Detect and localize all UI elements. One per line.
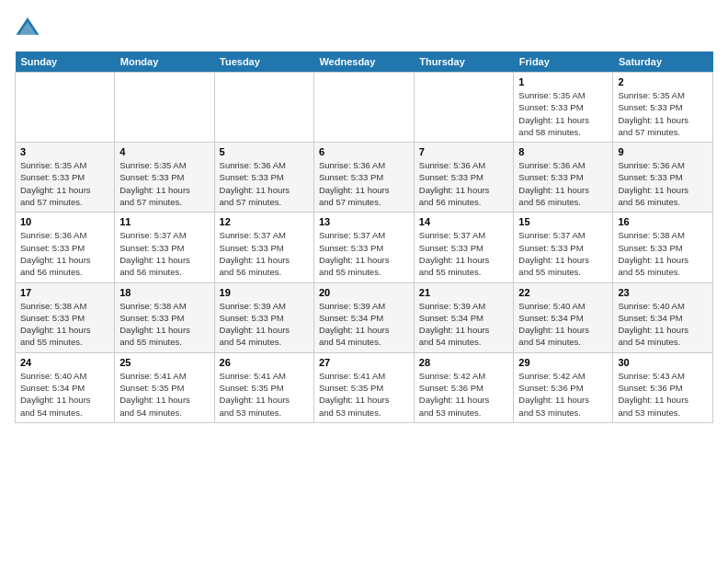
calendar-cell — [214, 73, 313, 143]
calendar-cell — [414, 73, 514, 143]
weekday-header-sunday: Sunday — [16, 52, 115, 73]
weekday-header-wednesday: Wednesday — [313, 52, 414, 73]
day-info: Sunrise: 5:37 AM Sunset: 5:33 PM Dayligh… — [518, 229, 608, 278]
calendar-cell: 8Sunrise: 5:36 AM Sunset: 5:33 PM Daylig… — [514, 143, 613, 213]
day-info: Sunrise: 5:37 AM Sunset: 5:33 PM Dayligh… — [119, 229, 209, 278]
day-info: Sunrise: 5:39 AM Sunset: 5:34 PM Dayligh… — [319, 300, 409, 349]
day-info: Sunrise: 5:41 AM Sunset: 5:35 PM Dayligh… — [220, 370, 309, 419]
calendar-cell — [16, 73, 115, 143]
day-number: 20 — [319, 287, 409, 298]
calendar-cell: 25Sunrise: 5:41 AM Sunset: 5:35 PM Dayli… — [115, 352, 214, 422]
day-info: Sunrise: 5:37 AM Sunset: 5:33 PM Dayligh… — [220, 229, 309, 278]
day-info: Sunrise: 5:36 AM Sunset: 5:33 PM Dayligh… — [618, 159, 708, 208]
day-number: 18 — [119, 287, 209, 298]
day-number: 6 — [319, 146, 409, 157]
day-info: Sunrise: 5:36 AM Sunset: 5:33 PM Dayligh… — [20, 229, 109, 278]
day-number: 29 — [518, 357, 608, 368]
logo — [15, 15, 42, 40]
day-info: Sunrise: 5:35 AM Sunset: 5:33 PM Dayligh… — [20, 159, 109, 208]
day-number: 28 — [419, 357, 509, 368]
calendar-cell — [313, 73, 414, 143]
day-info: Sunrise: 5:37 AM Sunset: 5:33 PM Dayligh… — [319, 229, 409, 278]
calendar-cell: 7Sunrise: 5:36 AM Sunset: 5:33 PM Daylig… — [414, 143, 514, 213]
calendar-week-row: 17Sunrise: 5:38 AM Sunset: 5:33 PM Dayli… — [16, 282, 713, 352]
calendar-cell: 18Sunrise: 5:38 AM Sunset: 5:33 PM Dayli… — [115, 282, 214, 352]
day-info: Sunrise: 5:41 AM Sunset: 5:35 PM Dayligh… — [119, 370, 209, 419]
day-number: 10 — [20, 216, 109, 227]
day-info: Sunrise: 5:36 AM Sunset: 5:33 PM Dayligh… — [518, 159, 608, 208]
day-number: 2 — [618, 76, 708, 87]
calendar-cell: 16Sunrise: 5:38 AM Sunset: 5:33 PM Dayli… — [613, 213, 713, 282]
day-info: Sunrise: 5:39 AM Sunset: 5:34 PM Dayligh… — [419, 300, 509, 349]
day-info: Sunrise: 5:37 AM Sunset: 5:33 PM Dayligh… — [419, 229, 509, 278]
day-number: 22 — [518, 287, 608, 298]
calendar-cell: 17Sunrise: 5:38 AM Sunset: 5:33 PM Dayli… — [16, 282, 115, 352]
calendar-cell: 26Sunrise: 5:41 AM Sunset: 5:35 PM Dayli… — [214, 352, 313, 422]
day-info: Sunrise: 5:35 AM Sunset: 5:33 PM Dayligh… — [518, 89, 608, 138]
day-number: 3 — [20, 146, 109, 157]
calendar-cell: 2Sunrise: 5:35 AM Sunset: 5:33 PM Daylig… — [613, 73, 713, 143]
day-number: 5 — [220, 146, 309, 157]
day-number: 15 — [518, 216, 608, 227]
calendar-cell: 24Sunrise: 5:40 AM Sunset: 5:34 PM Dayli… — [16, 352, 115, 422]
day-info: Sunrise: 5:38 AM Sunset: 5:33 PM Dayligh… — [119, 300, 209, 349]
calendar-week-row: 3Sunrise: 5:35 AM Sunset: 5:33 PM Daylig… — [16, 143, 713, 213]
weekday-header-tuesday: Tuesday — [214, 52, 313, 73]
day-info: Sunrise: 5:40 AM Sunset: 5:34 PM Dayligh… — [20, 370, 109, 419]
day-info: Sunrise: 5:40 AM Sunset: 5:34 PM Dayligh… — [518, 300, 608, 349]
day-number: 7 — [419, 146, 509, 157]
day-number: 24 — [20, 357, 109, 368]
calendar-week-row: 10Sunrise: 5:36 AM Sunset: 5:33 PM Dayli… — [16, 213, 713, 282]
calendar-cell: 9Sunrise: 5:36 AM Sunset: 5:33 PM Daylig… — [613, 143, 713, 213]
calendar-cell: 6Sunrise: 5:36 AM Sunset: 5:33 PM Daylig… — [313, 143, 414, 213]
day-info: Sunrise: 5:38 AM Sunset: 5:33 PM Dayligh… — [618, 229, 708, 278]
calendar-cell — [115, 73, 214, 143]
calendar-cell: 3Sunrise: 5:35 AM Sunset: 5:33 PM Daylig… — [16, 143, 115, 213]
day-info: Sunrise: 5:35 AM Sunset: 5:33 PM Dayligh… — [618, 89, 708, 138]
calendar-cell: 22Sunrise: 5:40 AM Sunset: 5:34 PM Dayli… — [514, 282, 613, 352]
day-number: 12 — [220, 216, 309, 227]
day-number: 23 — [618, 287, 708, 298]
page-header — [15, 15, 713, 40]
calendar-cell: 14Sunrise: 5:37 AM Sunset: 5:33 PM Dayli… — [414, 213, 514, 282]
calendar-week-row: 24Sunrise: 5:40 AM Sunset: 5:34 PM Dayli… — [16, 352, 713, 422]
calendar-week-row: 1Sunrise: 5:35 AM Sunset: 5:33 PM Daylig… — [16, 73, 713, 143]
day-number: 14 — [419, 216, 509, 227]
calendar-cell: 20Sunrise: 5:39 AM Sunset: 5:34 PM Dayli… — [313, 282, 414, 352]
weekday-header-saturday: Saturday — [613, 52, 713, 73]
day-info: Sunrise: 5:38 AM Sunset: 5:33 PM Dayligh… — [20, 300, 109, 349]
weekday-header-row: SundayMondayTuesdayWednesdayThursdayFrid… — [16, 52, 713, 73]
calendar-cell: 19Sunrise: 5:39 AM Sunset: 5:33 PM Dayli… — [214, 282, 313, 352]
day-number: 9 — [618, 146, 708, 157]
calendar-table: SundayMondayTuesdayWednesdayThursdayFrid… — [15, 52, 713, 423]
day-number: 26 — [220, 357, 309, 368]
weekday-header-thursday: Thursday — [414, 52, 514, 73]
day-number: 30 — [618, 357, 708, 368]
calendar-cell: 29Sunrise: 5:42 AM Sunset: 5:36 PM Dayli… — [514, 352, 613, 422]
logo-icon — [15, 15, 40, 40]
calendar-cell: 11Sunrise: 5:37 AM Sunset: 5:33 PM Dayli… — [115, 213, 214, 282]
day-number: 21 — [419, 287, 509, 298]
day-info: Sunrise: 5:39 AM Sunset: 5:33 PM Dayligh… — [220, 300, 309, 349]
day-info: Sunrise: 5:35 AM Sunset: 5:33 PM Dayligh… — [119, 159, 209, 208]
day-info: Sunrise: 5:41 AM Sunset: 5:35 PM Dayligh… — [319, 370, 409, 419]
day-number: 17 — [20, 287, 109, 298]
day-info: Sunrise: 5:36 AM Sunset: 5:33 PM Dayligh… — [220, 159, 309, 208]
day-number: 11 — [119, 216, 209, 227]
calendar-cell: 1Sunrise: 5:35 AM Sunset: 5:33 PM Daylig… — [514, 73, 613, 143]
day-number: 16 — [618, 216, 708, 227]
day-number: 8 — [518, 146, 608, 157]
day-number: 4 — [119, 146, 209, 157]
calendar-cell: 12Sunrise: 5:37 AM Sunset: 5:33 PM Dayli… — [214, 213, 313, 282]
weekday-header-friday: Friday — [514, 52, 613, 73]
calendar-cell: 21Sunrise: 5:39 AM Sunset: 5:34 PM Dayli… — [414, 282, 514, 352]
calendar-cell: 5Sunrise: 5:36 AM Sunset: 5:33 PM Daylig… — [214, 143, 313, 213]
day-number: 13 — [319, 216, 409, 227]
calendar-cell: 4Sunrise: 5:35 AM Sunset: 5:33 PM Daylig… — [115, 143, 214, 213]
day-number: 19 — [220, 287, 309, 298]
day-info: Sunrise: 5:43 AM Sunset: 5:36 PM Dayligh… — [618, 370, 708, 419]
calendar-cell: 10Sunrise: 5:36 AM Sunset: 5:33 PM Dayli… — [16, 213, 115, 282]
calendar-cell: 15Sunrise: 5:37 AM Sunset: 5:33 PM Dayli… — [514, 213, 613, 282]
day-info: Sunrise: 5:36 AM Sunset: 5:33 PM Dayligh… — [319, 159, 409, 208]
weekday-header-monday: Monday — [115, 52, 214, 73]
